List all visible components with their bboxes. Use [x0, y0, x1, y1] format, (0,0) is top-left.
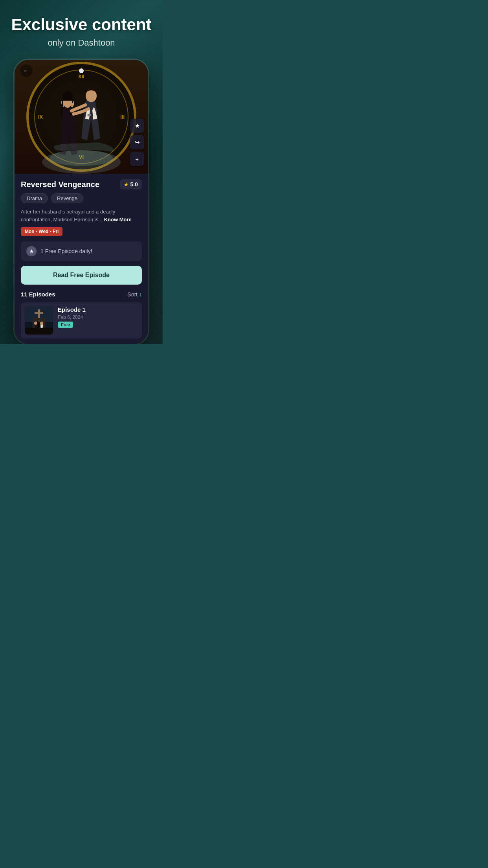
add-icon: +	[136, 156, 139, 162]
free-episode-banner: ★ 1 Free Episode daily!	[21, 241, 142, 261]
back-arrow-icon: ←	[23, 67, 29, 74]
svg-rect-15	[25, 328, 53, 335]
svg-point-4	[50, 150, 113, 166]
hero-image: XII III VI IX	[15, 60, 148, 174]
share-button[interactable]: ↪	[130, 135, 144, 149]
schedule-badge: Mon - Wed - Fri	[21, 227, 62, 236]
svg-point-1	[86, 90, 97, 102]
episode-title: Episode 1	[58, 306, 138, 313]
content-area: Reversed Vengeance ★ 5.0 Drama Revenge A…	[15, 174, 148, 344]
title-row: Reversed Vengeance ★ 5.0	[21, 179, 142, 189]
svg-point-12	[34, 322, 37, 325]
svg-rect-8	[35, 312, 43, 314]
episode-thumb-inner	[25, 306, 53, 335]
sort-button[interactable]: Sort ↕	[127, 291, 142, 298]
svg-point-14	[40, 322, 43, 325]
share-icon: ↪	[135, 139, 140, 146]
tags-row: Drama Revenge	[21, 193, 142, 203]
top-nav: ←	[15, 60, 148, 82]
subheadline: only on Dashtoon	[48, 38, 115, 48]
episodes-count: 11 Episodes	[21, 291, 55, 298]
episode-date: Feb 6, 2024	[58, 314, 138, 320]
back-button[interactable]: ←	[20, 64, 33, 77]
phone-frame: XII III VI IX	[15, 60, 148, 344]
know-more-link[interactable]: Know More	[104, 217, 132, 223]
svg-rect-7	[38, 309, 40, 319]
tag-revenge[interactable]: Revenge	[51, 193, 83, 203]
bookmark-button[interactable]: ★	[130, 119, 144, 133]
bookmark-icon: ★	[135, 122, 140, 129]
rating-badge: ★ 5.0	[120, 179, 142, 189]
episode-item[interactable]: Episode 1 Feb 6, 2024 Free	[21, 302, 142, 338]
sort-arrows-icon: ↕	[139, 291, 142, 298]
read-free-button[interactable]: Read Free Episode	[21, 266, 142, 285]
description-text: After her husband's betrayal and a deadl…	[21, 208, 142, 223]
svg-point-10	[38, 320, 40, 322]
sort-label: Sort	[127, 291, 138, 298]
tag-drama[interactable]: Drama	[21, 193, 48, 203]
rating-value: 5.0	[130, 181, 138, 188]
add-button[interactable]: +	[130, 152, 144, 166]
star-icon: ★	[124, 181, 129, 188]
episodes-header: 11 Episodes Sort ↕	[21, 291, 142, 298]
episode-info: Episode 1 Feb 6, 2024 Free	[58, 306, 138, 328]
svg-rect-3	[88, 114, 91, 116]
description-content: After her husband's betrayal and a deadl…	[21, 209, 115, 223]
free-tag: Free	[58, 322, 73, 328]
free-star-icon: ★	[26, 246, 37, 256]
free-episode-text: 1 Free Episode daily!	[40, 248, 92, 254]
episode-thumbnail	[25, 306, 53, 335]
headline: Exclusive content	[3, 16, 159, 34]
couple-illustration	[30, 68, 132, 174]
star-filled-icon: ★	[29, 248, 34, 254]
manga-title: Reversed Vengeance	[21, 180, 99, 189]
notch-indicator	[79, 68, 84, 73]
action-buttons: ★ ↪ +	[130, 119, 144, 166]
page-content: Exclusive content only on Dashtoon XII I…	[0, 0, 163, 344]
